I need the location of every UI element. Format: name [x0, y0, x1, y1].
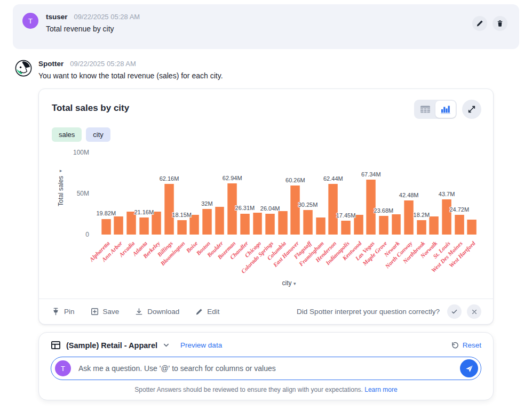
- bar-value-label: 19.82M: [96, 210, 116, 216]
- bar[interactable]: [315, 217, 325, 235]
- bar-slot: 42.48MNorth Conway: [402, 152, 415, 235]
- pencil-icon: [195, 308, 203, 316]
- bar[interactable]: [391, 214, 401, 235]
- learn-more-link[interactable]: Learn more: [364, 386, 397, 393]
- x-axis-arrow-icon: ▾: [293, 281, 296, 286]
- bar[interactable]: [177, 220, 187, 235]
- bar[interactable]: [240, 213, 250, 235]
- reset-icon: [451, 341, 459, 349]
- bar-slot: Kentwood: [352, 152, 365, 235]
- datasource-name[interactable]: (Sample) Retail - Apparel: [66, 341, 157, 350]
- preview-data-link[interactable]: Preview data: [180, 341, 222, 349]
- bar[interactable]: [378, 215, 388, 235]
- user-avatar: T: [22, 13, 38, 29]
- table-view-button[interactable]: [415, 101, 435, 118]
- user-message-card: T tsuser 09/22/2025 05:28 AM Total reven…: [13, 4, 519, 49]
- assistant-timestamp: 09/22/2025 05:28 AM: [70, 60, 136, 68]
- bar-value-label: 24.72M: [449, 206, 469, 213]
- bar[interactable]: [303, 210, 313, 235]
- download-button[interactable]: Download: [135, 308, 179, 316]
- bar[interactable]: [467, 219, 477, 235]
- reset-button[interactable]: Reset: [451, 341, 481, 349]
- datasource-icon: [51, 340, 61, 350]
- bar[interactable]: [202, 208, 212, 235]
- bar-value-label: 62.94M: [223, 175, 242, 181]
- bar[interactable]: [290, 185, 300, 235]
- bar-value-label: 26.31M: [235, 205, 255, 211]
- pin-button[interactable]: Pin: [52, 308, 75, 316]
- y-tick: 50M: [44, 190, 89, 197]
- x-axis-title[interactable]: city ▾: [100, 279, 478, 287]
- chip-city[interactable]: city: [86, 127, 110, 142]
- bar[interactable]: [164, 183, 174, 235]
- bar[interactable]: [215, 206, 225, 235]
- pencil-icon: [476, 20, 483, 27]
- bar-slot: 67.34MLas Vegas: [364, 152, 377, 235]
- chart-view-button[interactable]: [435, 101, 456, 118]
- bar-slot: West Hartford: [466, 152, 479, 235]
- answer-card: Total sales by city: [38, 88, 494, 325]
- bar[interactable]: [101, 219, 111, 235]
- bar-slot: 60.26MEast Hanover: [289, 152, 302, 235]
- bar-slot: 43.7MSt. Louis: [440, 152, 453, 235]
- bar[interactable]: [416, 220, 426, 235]
- y-axis-arrow-icon: ▸: [60, 168, 62, 173]
- expand-icon: [467, 105, 476, 114]
- bar-chart: 100M 50M 0 ▸ Total sales 19.82MAlpharett…: [44, 145, 488, 299]
- spotter-logo-icon: [15, 60, 32, 77]
- bar-value-label: 62.16M: [160, 175, 179, 182]
- bar-value-label: 17.45M: [336, 212, 356, 219]
- table-icon: [420, 105, 431, 114]
- save-button[interactable]: Save: [91, 308, 120, 316]
- bar-value-label: 67.34M: [361, 171, 381, 178]
- bar[interactable]: [454, 214, 464, 235]
- feedback-yes-button[interactable]: [447, 304, 462, 319]
- bar[interactable]: [442, 199, 452, 235]
- bar[interactable]: [429, 216, 439, 235]
- bar[interactable]: [277, 211, 288, 235]
- bar-slot: Boise: [188, 152, 201, 235]
- bar[interactable]: [265, 213, 275, 235]
- edit-answer-button[interactable]: Edit: [195, 308, 219, 316]
- bar-value-label: 43.7M: [439, 191, 455, 197]
- bar[interactable]: [252, 212, 263, 235]
- edit-message-button[interactable]: [472, 16, 487, 31]
- question-input[interactable]: [77, 364, 460, 373]
- assistant-name: Spotter: [38, 60, 63, 68]
- bar-slot: 62.94MBozeman: [226, 152, 239, 235]
- bar-value-label: 32M: [201, 200, 212, 207]
- check-icon: [451, 308, 458, 315]
- bar-value-label: 30.25M: [298, 202, 318, 208]
- bar-slot: 17.45MIndianapolis: [339, 152, 352, 235]
- bar-value-label: 42.48M: [399, 192, 419, 198]
- bar[interactable]: [341, 220, 351, 235]
- bar-value-label: 26.04M: [260, 205, 280, 212]
- bar-slot: Boulder: [213, 152, 226, 235]
- bar-slot: 21.16MAtlanta: [138, 152, 150, 235]
- bar-slot: Chicago: [251, 152, 264, 235]
- bar-slot: 26.31MChandler: [239, 152, 251, 235]
- feedback-question: Did Spotter interpret your question corr…: [297, 308, 440, 316]
- chip-sales[interactable]: sales: [52, 127, 82, 142]
- bar[interactable]: [139, 217, 149, 235]
- assistant-message: Spotter 09/22/2025 05:28 AM You want to …: [15, 60, 519, 80]
- feedback-no-button[interactable]: [467, 304, 481, 319]
- trash-icon: [496, 20, 504, 27]
- plot-area: 19.82MAlpharettaAnn ArborArcadia21.16MAt…: [100, 152, 478, 235]
- bar[interactable]: [328, 183, 338, 235]
- send-button[interactable]: [460, 359, 478, 377]
- bar-slot: 18.15MBloomington: [176, 152, 188, 235]
- composer-card: (Sample) Retail - Apparel Preview data R…: [38, 332, 494, 400]
- bar-slot: Columbia: [276, 152, 289, 235]
- bar-value-label: 18.2M: [414, 212, 430, 218]
- save-plus-icon: [91, 308, 99, 316]
- bar[interactable]: [404, 200, 414, 235]
- expand-button[interactable]: [462, 100, 481, 119]
- bar[interactable]: [114, 216, 124, 235]
- chevron-down-icon[interactable]: [163, 342, 170, 349]
- bar-value-label: 18.15M: [172, 212, 192, 218]
- delete-message-button[interactable]: [493, 16, 507, 31]
- bar-slot: 30.25MFlagstaff: [301, 152, 314, 235]
- send-icon: [465, 364, 474, 373]
- bar-slot: 19.82MAlpharetta: [100, 152, 113, 235]
